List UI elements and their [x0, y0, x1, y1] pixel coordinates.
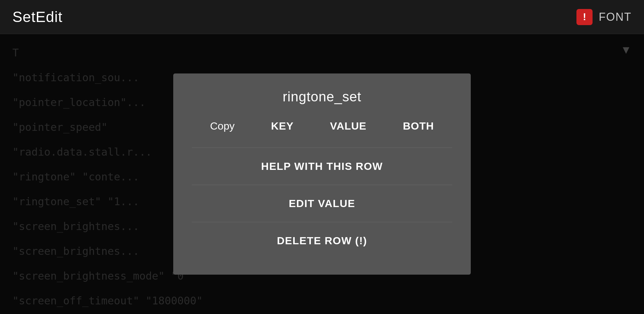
top-bar: SetEdit FONT: [0, 0, 644, 34]
help-row-button[interactable]: HELP WITH THIS ROW: [192, 151, 452, 182]
divider-2: [192, 185, 452, 185]
content-area: ▼ T "notification_sou... "pointer_locati…: [0, 34, 644, 314]
dialog-title: ringtone_set: [283, 89, 361, 104]
divider-3: [192, 222, 452, 222]
alert-icon[interactable]: [576, 9, 593, 25]
modal-overlay: ringtone_set Copy KEY VALUE BOTH HELP WI…: [0, 34, 644, 314]
copy-key-button[interactable]: KEY: [265, 117, 300, 135]
context-menu-dialog: ringtone_set Copy KEY VALUE BOTH HELP WI…: [173, 73, 471, 275]
copy-value-button[interactable]: VALUE: [324, 117, 373, 135]
copy-button[interactable]: Copy: [204, 117, 241, 135]
copy-both-button[interactable]: BOTH: [397, 117, 440, 135]
top-right-controls: FONT: [576, 9, 632, 25]
copy-row: Copy KEY VALUE BOTH: [192, 117, 452, 135]
font-button[interactable]: FONT: [599, 11, 632, 24]
edit-value-button[interactable]: EDIT VALUE: [192, 188, 452, 219]
divider-1: [192, 148, 452, 148]
app-title: SetEdit: [12, 8, 63, 25]
delete-row-button[interactable]: DELETE ROW (!): [192, 225, 452, 256]
